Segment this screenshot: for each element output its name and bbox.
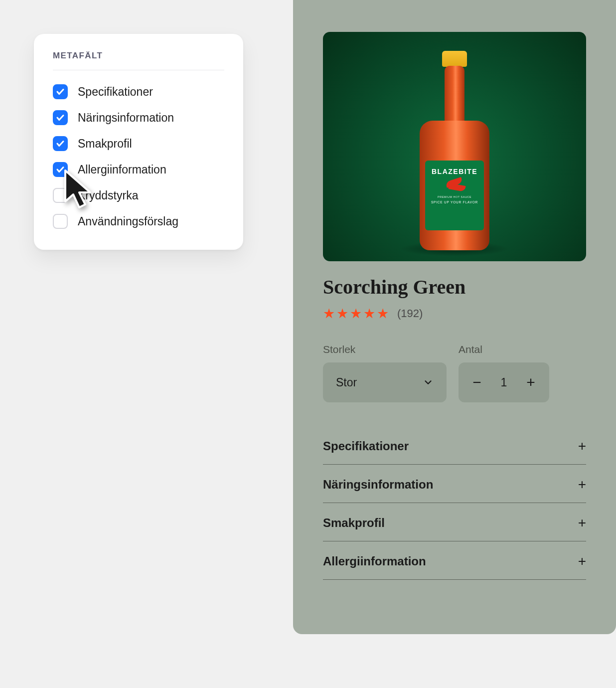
checkbox-anvandningsforslag[interactable]	[53, 214, 68, 229]
metafield-label: Specifikationer	[78, 85, 153, 99]
checkbox-naringsinformation[interactable]	[53, 110, 68, 125]
chili-icon	[445, 179, 464, 191]
plus-icon: +	[578, 438, 586, 454]
accordion-item-smakprofil[interactable]: Smakprofil +	[323, 503, 586, 541]
accordion-item-naringsinformation[interactable]: Näringsinformation +	[323, 465, 586, 503]
metafield-row-anvandningsforslag[interactable]: Användningsförslag	[53, 214, 224, 229]
checkbox-kryddstyrka[interactable]	[53, 188, 68, 203]
metafields-panel: METAFÄLT Specifikationer Näringsinformat…	[34, 34, 243, 250]
accordion-item-allergiinformation[interactable]: Allergiinformation +	[323, 541, 586, 580]
checkbox-allergiinformation[interactable]	[53, 162, 68, 177]
size-dropdown[interactable]: Stor	[323, 362, 447, 402]
checkbox-specifikationer[interactable]	[53, 84, 68, 99]
product-image: BLAZEBITE PREMIUM HOT SAUCE SPICE UP YOU…	[323, 32, 586, 261]
star-icons: ★★★★★	[323, 306, 390, 322]
bottle-brand-text: BLAZEBITE	[428, 168, 481, 175]
product-title: Scorching Green	[323, 275, 586, 299]
size-value: Stor	[336, 376, 357, 389]
accordion: Specifikationer + Näringsinformation + S…	[323, 426, 586, 580]
bottle-tagline-text: SPICE UP YOUR FLAVOR	[428, 200, 481, 204]
size-label: Storlek	[323, 344, 447, 355]
qty-value: 1	[501, 376, 507, 389]
metafield-label: Användningsförslag	[78, 215, 178, 228]
metafield-label: Näringsinformation	[78, 111, 174, 125]
plus-icon: +	[578, 515, 586, 531]
bottle-illustration: BLAZEBITE PREMIUM HOT SAUCE SPICE UP YOU…	[420, 51, 489, 250]
chevron-down-icon	[423, 377, 434, 388]
accordion-title: Näringsinformation	[323, 478, 433, 492]
metafield-row-specifikationer[interactable]: Specifikationer	[53, 84, 224, 99]
metafield-row-naringsinformation[interactable]: Näringsinformation	[53, 110, 224, 125]
product-preview-panel: BLAZEBITE PREMIUM HOT SAUCE SPICE UP YOU…	[293, 0, 616, 634]
metafield-label: Kryddstyrka	[78, 189, 138, 202]
review-count: (192)	[397, 307, 423, 320]
quantity-stepper: − 1 +	[459, 362, 549, 402]
accordion-title: Allergiinformation	[323, 554, 426, 568]
metafield-row-allergiinformation[interactable]: Allergiinformation	[53, 162, 224, 177]
accordion-title: Smakprofil	[323, 516, 385, 530]
metafield-row-smakprofil[interactable]: Smakprofil	[53, 136, 224, 151]
plus-icon: +	[578, 553, 586, 569]
qty-decrease-button[interactable]: −	[469, 374, 484, 391]
metafield-row-kryddstyrka[interactable]: Kryddstyrka	[53, 188, 224, 203]
metafield-label: Smakprofil	[78, 137, 132, 151]
bottle-sub-text: PREMIUM HOT SAUCE	[428, 195, 481, 198]
rating-row: ★★★★★ (192)	[323, 306, 586, 322]
accordion-item-specifikationer[interactable]: Specifikationer +	[323, 426, 586, 465]
qty-increase-button[interactable]: +	[523, 374, 538, 391]
qty-label: Antal	[459, 344, 549, 355]
metafields-title: METAFÄLT	[53, 51, 224, 70]
plus-icon: +	[578, 477, 586, 493]
accordion-title: Specifikationer	[323, 439, 409, 453]
metafield-label: Allergiinformation	[78, 163, 166, 176]
checkbox-smakprofil[interactable]	[53, 136, 68, 151]
